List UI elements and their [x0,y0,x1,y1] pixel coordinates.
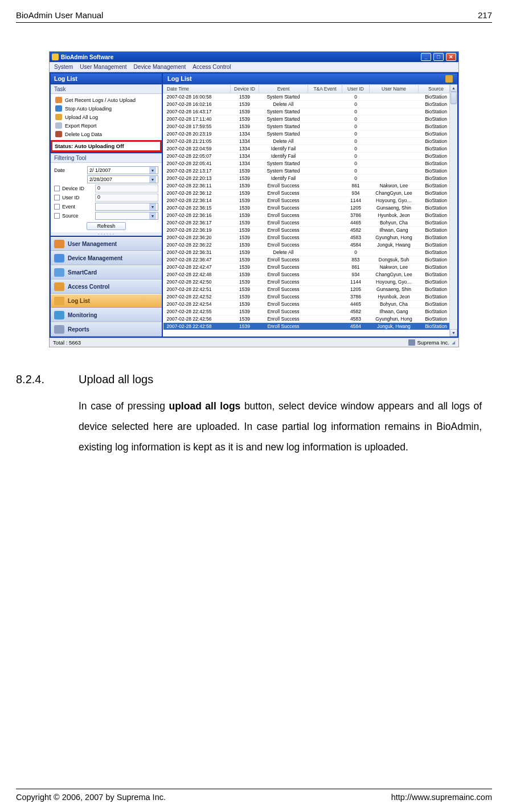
nav-item-monitoring[interactable]: Monitoring [51,308,162,322]
column-header[interactable]: Date Time [163,85,231,93]
filter-date-to[interactable]: 2/28/2007▼ [87,175,158,183]
menu-device-management[interactable]: Device Management [134,64,186,70]
table-row[interactable]: 2007-02-28 22:42:551539Enroll Success458… [163,308,450,315]
table-row[interactable]: 2007-02-28 16:02:161539Delete All0BioSta… [163,101,450,108]
close-button[interactable]: ✕ [446,53,456,61]
table-row[interactable]: 2007-02-28 22:42:511539Enroll Success120… [163,286,450,293]
table-row[interactable]: 2007-02-28 22:42:481539Enroll Success934… [163,271,450,278]
column-header[interactable]: User ID [342,85,370,93]
column-header[interactable]: Event [259,85,308,93]
table-row[interactable]: 2007-02-28 22:42:521539Enroll Success378… [163,293,450,301]
scroll-down-icon[interactable]: ▼ [450,329,457,337]
footer-rule [16,789,492,789]
checkbox-source[interactable] [54,213,60,219]
task-subheader: Task [51,84,162,94]
table-row[interactable]: 2007-02-28 22:36:191539Enroll Success458… [163,227,450,234]
window-titlebar[interactable]: BioAdmin Software _ □ ✕ [50,52,458,62]
table-row[interactable]: 2007-02-28 21:21:051334Delete All0BioSta… [163,138,450,145]
footer-copyright: Copyright © 2006, 2007 by Suprema Inc. [16,793,166,802]
main-area: Log List Date TimeDevice IDEventT&A Even… [163,73,457,337]
table-row[interactable]: 2007-02-28 22:13:171539System Started0Bi… [163,167,450,175]
table-header-row: Date TimeDevice IDEventT&A EventUser IDU… [163,85,450,93]
copy-icon[interactable] [445,75,453,83]
task-export-report[interactable]: Export Report [52,121,161,130]
table-row[interactable]: 2007-02-28 22:42:501539Enroll Success114… [163,278,450,286]
filter-device-input[interactable]: 0 [95,184,158,192]
company-icon [408,339,415,346]
checkbox-device-id[interactable] [54,186,60,191]
resize-grip-icon[interactable]: ◢ [452,340,455,345]
scroll-thumb[interactable] [450,92,457,104]
table-row[interactable]: 2007-02-28 22:05:411334System Started0Bi… [163,160,450,167]
filter-user-input[interactable]: 0 [95,194,158,202]
menu-access-control[interactable]: Access Control [192,64,231,70]
table-row[interactable]: 2007-02-28 22:36:311539Delete All0BioSta… [163,249,450,256]
menubar: System User Management Device Management… [50,62,458,72]
column-header[interactable]: Device ID [231,85,259,93]
table-row[interactable]: 2007-02-28 16:43:171539System Started0Bi… [163,108,450,116]
nav-item-access-control[interactable]: Access Control [51,280,162,294]
task-icon [55,122,62,129]
nav-item-smartcard[interactable]: SmartCard [51,265,162,280]
task-icon [55,131,62,137]
table-row[interactable]: 2007-02-28 22:36:221539Enroll Success458… [163,241,450,249]
statusbar-company: Suprema Inc. [417,339,450,346]
filter-event-combo[interactable]: ▼ [95,203,158,211]
refresh-button[interactable]: Refresh [87,222,126,230]
table-row[interactable]: 2007-02-28 22:36:201539Enroll Success458… [163,234,450,241]
table-row[interactable]: 2007-02-28 22:42:471539Enroll Success861… [163,264,450,271]
column-header[interactable]: T&A Event [308,85,342,93]
table-row[interactable]: 2007-02-28 22:36:141539Enroll Success114… [163,197,450,204]
table-row[interactable]: 2007-02-28 22:36:161539Enroll Success378… [163,212,450,219]
app-window: BioAdmin Software _ □ ✕ System User Mana… [49,51,459,347]
filter-source-combo[interactable]: ▼ [95,212,158,220]
table-row[interactable]: 2007-02-28 22:36:121539Enroll Success934… [163,190,450,197]
task-upload-all[interactable]: Upload All Log [52,113,161,121]
task-stop-auto[interactable]: Stop Auto Uploading [52,104,161,113]
nav-icon [54,282,64,291]
window-title: BioAdmin Software [61,54,113,60]
nav-icon [54,268,64,277]
filter-subheader: Filtering Tool [51,153,162,163]
app-icon [52,54,59,60]
minimize-button[interactable]: _ [421,53,431,61]
splitter-handle[interactable]: • • • • • • [51,232,162,236]
table-row[interactable]: 2007-02-28 22:05:071334Identify Fail0Bio… [163,153,450,160]
bold-term: upload all logs [169,400,240,412]
table-row[interactable]: 2007-02-28 22:20:131539Identify Fail0Bio… [163,175,450,182]
column-header[interactable]: Source [419,85,450,93]
table-row[interactable]: 2007-02-28 17:11:401539System Started0Bi… [163,116,450,123]
table-row[interactable]: 2007-02-28 22:36:151539Enroll Success120… [163,204,450,212]
table-row[interactable]: 2007-02-28 22:42:561539Enroll Success458… [163,315,450,323]
table-row[interactable]: 2007-02-28 20:23:191334System Started0Bi… [163,130,450,138]
nav-item-device-management[interactable]: Device Management [51,251,162,265]
menu-user-management[interactable]: User Management [80,64,126,70]
scroll-track[interactable] [450,92,457,329]
table-row[interactable]: 2007-02-28 22:36:111539Enroll Success861… [163,182,450,190]
sidebar: Log List Task Get Recent Logs / Auto Upl… [51,73,162,337]
checkbox-event[interactable] [54,204,60,210]
nav-item-reports[interactable]: Reports [51,322,162,337]
filter-user-label: User ID [62,195,93,200]
menu-system[interactable]: System [54,64,73,70]
table-row[interactable]: 2007-02-28 22:42:581539Enroll Success458… [163,323,450,330]
column-header[interactable]: User Name [370,85,419,93]
maximize-button[interactable]: □ [433,53,444,61]
checkbox-user-id[interactable] [54,195,60,200]
vertical-scrollbar[interactable]: ▲ ▼ [449,84,457,337]
table-row[interactable]: 2007-02-28 22:36:471539Enroll Success853… [163,256,450,264]
table-row[interactable]: 2007-02-28 16:00:581539System Started0Bi… [163,93,450,101]
task-get-recent[interactable]: Get Recent Logs / Auto Upload [52,96,161,104]
nav-icon [54,297,64,305]
chevron-down-icon: ▼ [149,212,156,219]
task-delete-log[interactable]: Delete Log Data [52,130,161,138]
table-row[interactable]: 2007-02-28 22:04:591334Identify Fail0Bio… [163,145,450,153]
table-row[interactable]: 2007-02-28 22:42:541539Enroll Success446… [163,301,450,308]
scroll-up-icon[interactable]: ▲ [450,84,457,92]
table-row[interactable]: 2007-02-28 22:36:171539Enroll Success446… [163,219,450,227]
table-row[interactable]: 2007-02-28 17:59:551539System Started0Bi… [163,123,450,130]
nav-item-log-list[interactable]: Log List [51,294,162,308]
nav-item-user-management[interactable]: User Management [51,237,162,251]
filter-date-from[interactable]: 2/ 1/2007▼ [87,166,158,174]
filter-device-label: Device ID [62,186,93,191]
